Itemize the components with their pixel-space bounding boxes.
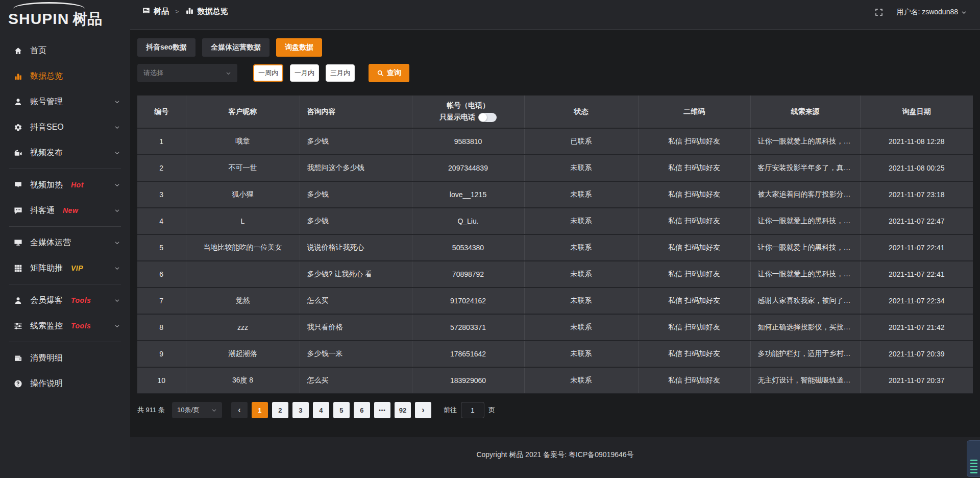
qr-code-link[interactable]: 私信 扫码加好友 <box>638 128 750 155</box>
lead-source-link[interactable]: 如何正确选择投影仪，买投影... <box>750 314 860 341</box>
inquiry-date: 2021-11-07 20:39 <box>860 341 973 367</box>
query-button[interactable]: 查询 <box>369 64 409 82</box>
status-badge: 未联系 <box>524 314 638 341</box>
account-phone: 183929060 <box>412 367 524 394</box>
page-button-3[interactable]: 3 <box>292 402 309 418</box>
topbar: 树品 > 数据总览 用户名: zswodun88 <box>130 0 980 30</box>
sidebar-item-badge: VIP <box>71 264 83 272</box>
sidebar-item-label: 抖客通 <box>30 205 55 216</box>
floating-widget[interactable] <box>967 440 980 477</box>
breadcrumb-item-home[interactable]: 树品 <box>142 7 169 16</box>
sidebar-item-抖客通[interactable]: 抖客通New <box>0 198 130 223</box>
prev-page-button[interactable]: ‹ <box>231 402 248 418</box>
sidebar-item-全媒体运营[interactable]: 全媒体运营 <box>0 230 130 255</box>
qr-code-link[interactable]: 私信 扫码加好友 <box>638 314 750 341</box>
main-content: 抖音seo数据全媒体运营数据询盘数据 请选择 一周内一月内三月内 查询 编号客户… <box>130 30 980 478</box>
home-icon <box>13 46 22 55</box>
sidebar-item-label: 全媒体运营 <box>30 237 71 248</box>
lead-source-link[interactable]: 无主灯设计，智能磁吸轨道灯... <box>750 367 860 394</box>
tab-全媒体运营数据[interactable]: 全媒体运营数据 <box>202 38 270 57</box>
sidebar-item-抖音SEO[interactable]: 抖音SEO <box>0 114 130 140</box>
table-row: 5当地比较能吃的一位美女说说价格让我死心50534380未联系私信 扫码加好友让… <box>137 234 973 261</box>
sidebar-item-badge: Hot <box>71 181 84 189</box>
sidebar-item-视频发布[interactable]: 视频发布 <box>0 140 130 165</box>
lead-source-link[interactable]: 多功能护栏灯，适用于乡村文... <box>750 341 860 367</box>
lead-source-link[interactable]: 客厅安装投影半年多了，真实... <box>750 155 860 181</box>
sidebar-item-首页[interactable]: 首页 <box>0 38 130 63</box>
phone-toggle-row: 只显示电话 <box>418 113 519 122</box>
breadcrumb-item-current[interactable]: 数据总览 <box>185 6 228 16</box>
app-logo[interactable]: SHUPIN 树品 <box>0 0 130 31</box>
column-header-状态: 状态 <box>524 95 638 128</box>
lead-source-link[interactable]: 让你一眼就爱上的黑科技，能... <box>750 128 860 155</box>
fullscreen-icon[interactable] <box>875 8 883 16</box>
column-header-客户昵称: 客户昵称 <box>186 95 300 128</box>
sidebar-item-badge: Tools <box>71 322 91 330</box>
sidebar-item-视频加热[interactable]: 视频加热Hot <box>0 172 130 198</box>
inquiry-date: 2021-11-08 12:28 <box>860 128 973 155</box>
inquiry-table: 编号客户昵称咨询内容帐号（电话）只显示电话状态二维码线索来源询盘日期 1哦章多少… <box>137 95 973 394</box>
qr-code-link[interactable]: 私信 扫码加好友 <box>638 367 750 394</box>
filter-select[interactable]: 请选择 <box>137 64 237 82</box>
page-button-6[interactable]: 6 <box>354 402 370 418</box>
chevron-down-icon <box>961 10 967 15</box>
sidebar-item-会员爆客[interactable]: 会员爆客Tools <box>0 288 130 313</box>
qr-code-link[interactable]: 私信 扫码加好友 <box>638 208 750 234</box>
panel-icon <box>142 7 150 16</box>
sidebar-item-账号管理[interactable]: 账号管理 <box>0 89 130 114</box>
page-ellipsis[interactable]: ••• <box>374 402 390 418</box>
qr-code-link[interactable]: 私信 扫码加好友 <box>638 261 750 288</box>
lead-source-link[interactable]: 被大家追着问的客厅投影分享... <box>750 181 860 208</box>
page-button-4[interactable]: 4 <box>313 402 329 418</box>
next-page-button[interactable]: › <box>415 402 431 418</box>
tab-抖音seo数据[interactable]: 抖音seo数据 <box>137 38 195 57</box>
status-badge: 未联系 <box>524 288 638 314</box>
sidebar-item-消费明细[interactable]: 消费明细 <box>0 345 130 371</box>
qr-code-link[interactable]: 私信 扫码加好友 <box>638 341 750 367</box>
page-button-5[interactable]: 5 <box>333 402 350 418</box>
page-size-select[interactable]: 10条/页 <box>172 402 222 418</box>
lead-source-link[interactable]: 感谢大家喜欢我家，被问了好... <box>750 288 860 314</box>
period-button-一月内[interactable]: 一月内 <box>290 64 319 82</box>
inquiry-date: 2021-11-08 00:25 <box>860 155 973 181</box>
widget-bar <box>970 469 977 470</box>
user-icon <box>13 97 22 106</box>
sidebar-item-线索监控[interactable]: 线索监控Tools <box>0 313 130 339</box>
column-header-二维码: 二维码 <box>638 95 750 128</box>
chevron-down-icon <box>114 125 120 130</box>
page-button-1[interactable]: 1 <box>252 402 268 418</box>
qr-code-link[interactable]: 私信 扫码加好友 <box>638 288 750 314</box>
phone-only-toggle[interactable] <box>478 113 497 122</box>
customer-nickname: 潮起潮落 <box>186 341 300 367</box>
tab-询盘数据[interactable]: 询盘数据 <box>276 38 322 57</box>
monitor-icon <box>13 238 22 247</box>
sidebar-item-矩阵助推[interactable]: 矩阵助推VIP <box>0 255 130 281</box>
qr-code-link[interactable]: 私信 扫码加好友 <box>638 155 750 181</box>
sidebar-item-数据总览[interactable]: 数据总览 <box>0 63 130 89</box>
chevron-down-icon <box>114 240 120 246</box>
lead-source-link[interactable]: 让你一眼就爱上的黑科技，能... <box>750 261 860 288</box>
row-id: 5 <box>137 234 186 261</box>
qr-code-link[interactable]: 私信 扫码加好友 <box>638 181 750 208</box>
sidebar-item-badge: Tools <box>71 296 91 304</box>
page-button-92[interactable]: 92 <box>395 402 411 418</box>
inquiry-content: 多少钱? 让我死心 看 <box>300 261 412 288</box>
qr-code-link[interactable]: 私信 扫码加好友 <box>638 234 750 261</box>
lead-source-link[interactable]: 让你一眼就爱上的黑科技，能... <box>750 208 860 234</box>
period-button-一周内[interactable]: 一周内 <box>253 64 283 82</box>
goto-page-input[interactable] <box>461 402 484 418</box>
table-row: 2不可一世我想问这个多少钱2097344839未联系私信 扫码加好友客厅安装投影… <box>137 155 973 181</box>
account-phone: 70898792 <box>412 261 524 288</box>
account-phone: Q_Liu. <box>412 208 524 234</box>
user-menu[interactable]: 用户名: zswodun88 <box>896 8 967 17</box>
question-icon <box>13 379 22 388</box>
lead-source-link[interactable]: 让你一眼就爱上的黑科技，能... <box>750 234 860 261</box>
sidebar: SHUPIN 树品 首页数据总览账号管理抖音SEO视频发布视频加热Hot抖客通N… <box>0 0 130 478</box>
page-button-2[interactable]: 2 <box>272 402 288 418</box>
period-button-三月内[interactable]: 三月内 <box>326 64 355 82</box>
sidebar-item-操作说明[interactable]: 操作说明 <box>0 371 130 396</box>
logo-arc-decoration <box>13 2 85 15</box>
inquiry-date: 2021-11-07 22:41 <box>860 234 973 261</box>
chevron-down-icon <box>114 150 120 156</box>
sidebar-item-label: 线索监控 <box>30 321 63 331</box>
